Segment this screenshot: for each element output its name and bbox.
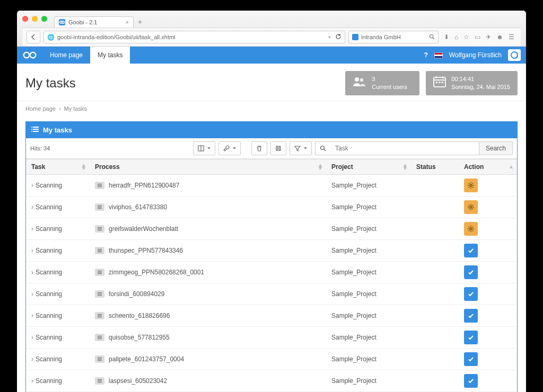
action-gear-button[interactable] bbox=[464, 179, 478, 192]
delete-button[interactable] bbox=[251, 141, 267, 155]
close-tab-icon[interactable]: × bbox=[126, 19, 129, 25]
gear-icon bbox=[467, 182, 475, 189]
url-bar[interactable]: 🌐 goobi-intranda-edition/Goobi/uii/task_… bbox=[43, 31, 345, 43]
expand-icon[interactable]: › bbox=[31, 225, 33, 233]
menu-icon[interactable]: ☰ bbox=[509, 33, 514, 41]
dropdown-icon[interactable]: ▾ bbox=[328, 34, 331, 40]
sort-icon: ▲▼ bbox=[81, 164, 86, 170]
action-check-button[interactable] bbox=[464, 331, 478, 344]
columns-button[interactable] bbox=[193, 141, 215, 155]
action-check-button[interactable] bbox=[464, 352, 478, 366]
browser-tabs: Goobi - 2.1 × + bbox=[54, 14, 521, 28]
maximize-window-icon[interactable] bbox=[41, 16, 47, 22]
action-check-button[interactable] bbox=[464, 287, 478, 301]
crumb-home[interactable]: Home page bbox=[25, 105, 56, 112]
users-card[interactable]: 3 Current users bbox=[345, 71, 419, 95]
expand-icon[interactable]: › bbox=[31, 203, 33, 211]
back-button[interactable] bbox=[27, 31, 40, 43]
tools-button[interactable] bbox=[218, 141, 241, 155]
svg-line-59 bbox=[472, 230, 473, 230]
bookmark-icon[interactable]: ☆ bbox=[463, 33, 469, 41]
close-window-icon[interactable] bbox=[22, 16, 28, 22]
process-cell[interactable]: thunspec_PPN577843346 bbox=[109, 247, 183, 254]
expand-icon[interactable]: › bbox=[31, 355, 33, 363]
browser-search[interactable]: intranda GmbH bbox=[348, 31, 439, 43]
browser-tab[interactable]: Goobi - 2.1 × bbox=[54, 16, 134, 28]
status-cell bbox=[411, 196, 459, 218]
process-cell[interactable]: scheento_618826696 bbox=[109, 312, 170, 319]
svg-point-5 bbox=[30, 52, 36, 58]
downloads-icon[interactable]: ⬇ bbox=[444, 33, 449, 41]
search-icon[interactable] bbox=[429, 34, 435, 41]
send-icon[interactable]: ✈ bbox=[486, 33, 491, 41]
app-logo[interactable] bbox=[17, 47, 42, 64]
process-cell[interactable]: quisobse_577812955 bbox=[109, 334, 170, 341]
gear-icon bbox=[467, 225, 475, 233]
new-tab-button[interactable]: + bbox=[134, 16, 146, 28]
process-cell[interactable]: viviphos_614783380 bbox=[109, 203, 167, 211]
user-badge-icon[interactable] bbox=[508, 49, 521, 61]
reload-icon[interactable] bbox=[335, 33, 341, 41]
svg-point-41 bbox=[470, 206, 472, 208]
table-row: ›Scanningpallpete_601243757_0004Sample_P… bbox=[26, 348, 517, 370]
time-value: 00:14:41 bbox=[451, 75, 510, 83]
time-card[interactable]: 00:14:41 Sonntag, 24. Mai 2015 bbox=[426, 71, 518, 95]
svg-point-19 bbox=[31, 127, 32, 128]
filter-button[interactable] bbox=[290, 141, 312, 155]
task-cell: Scanning bbox=[36, 269, 62, 276]
username[interactable]: Wolfgang Fürstlich bbox=[449, 51, 502, 59]
filter-icon bbox=[294, 145, 301, 152]
search-button[interactable]: Search bbox=[479, 141, 513, 155]
expand-icon[interactable]: › bbox=[31, 334, 33, 341]
task-cell: Scanning bbox=[36, 377, 62, 385]
expand-icon[interactable]: › bbox=[31, 247, 33, 254]
col-status[interactable]: Status bbox=[411, 159, 459, 174]
col-action[interactable]: Action ▲ bbox=[459, 159, 517, 174]
process-icon bbox=[95, 203, 104, 211]
search-icon bbox=[320, 145, 326, 152]
columns-icon bbox=[198, 145, 204, 152]
svg-rect-15 bbox=[442, 82, 443, 83]
col-process[interactable]: Process ▲▼ bbox=[90, 159, 326, 174]
process-cell[interactable]: laspsesi_605023042 bbox=[109, 377, 167, 385]
action-gear-button[interactable] bbox=[464, 200, 478, 214]
expand-icon[interactable]: › bbox=[31, 377, 33, 385]
svg-point-29 bbox=[470, 184, 472, 186]
table-row: ›ScanninggreifswalderWochenblattSample_P… bbox=[26, 218, 517, 239]
process-cell[interactable]: forsindi_600894029 bbox=[109, 290, 164, 298]
clipboard-icon[interactable]: ▭ bbox=[475, 33, 480, 41]
search-input[interactable] bbox=[331, 141, 479, 155]
col-project[interactable]: Project ▲▼ bbox=[326, 159, 411, 174]
action-check-button[interactable] bbox=[464, 309, 478, 323]
task-cell: Scanning bbox=[36, 203, 62, 211]
search-placeholder: intranda GmbH bbox=[361, 34, 401, 40]
action-check-button[interactable] bbox=[464, 374, 478, 388]
expand-icon[interactable]: › bbox=[31, 290, 33, 298]
language-flag-icon[interactable] bbox=[434, 52, 443, 58]
nav-home[interactable]: Home page bbox=[42, 47, 90, 64]
svg-line-46 bbox=[469, 204, 469, 205]
search-prefix-button[interactable] bbox=[315, 141, 331, 155]
expand-icon[interactable]: › bbox=[31, 182, 33, 189]
panel-toolbar: Hits: 34 Search bbox=[26, 138, 517, 159]
crumb-current: My tasks bbox=[64, 105, 87, 112]
check-icon bbox=[467, 334, 475, 341]
nav-mytasks[interactable]: My tasks bbox=[90, 47, 130, 64]
minimize-window-icon[interactable] bbox=[32, 16, 38, 22]
expand-icon[interactable]: › bbox=[31, 269, 33, 276]
smiley-icon[interactable]: ☻ bbox=[496, 33, 503, 41]
action-check-button[interactable] bbox=[464, 244, 478, 257]
list-icon bbox=[31, 126, 39, 134]
home-icon[interactable]: ⌂ bbox=[454, 33, 458, 41]
expand-icon[interactable]: › bbox=[31, 312, 33, 319]
col-task[interactable]: Task ▲▼ bbox=[26, 159, 90, 174]
action-check-button[interactable] bbox=[464, 265, 478, 279]
process-cell[interactable]: greifswalderWochenblatt bbox=[109, 225, 178, 233]
process-cell[interactable]: pallpete_601243757_0004 bbox=[109, 355, 184, 363]
process-cell[interactable]: zimmgeog_PPN580268268_0001 bbox=[109, 269, 204, 276]
save-button[interactable] bbox=[270, 141, 286, 155]
action-gear-button[interactable] bbox=[464, 222, 478, 236]
process-icon bbox=[95, 377, 104, 385]
process-cell[interactable]: herradfr_PPN612900487 bbox=[109, 182, 179, 189]
help-icon[interactable]: ? bbox=[424, 51, 428, 59]
